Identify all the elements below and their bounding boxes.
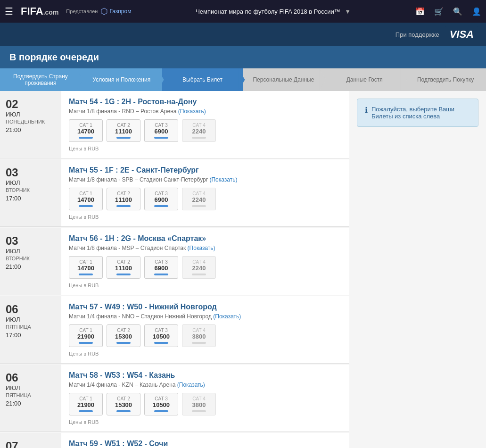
- right-panel: ℹ Пожалуйста, выберите Ваши Билеты из сп…: [349, 91, 486, 448]
- match-date-0: 02 ИЮЛ ПОНЕДЕЛЬНИК 21:00: [0, 91, 61, 158]
- match-subtitle: Матчи 1/8 финала - RND – Ростов Арена (П…: [69, 108, 342, 115]
- match-date-5: 07 ИЮЛ СУББОТА 21:00: [0, 433, 61, 448]
- match-content-0: Матч 54 - 1G : 2H - Ростов-на-ДонуМатчи …: [61, 91, 349, 158]
- match-content-2: Матч 56 - 1H : 2G - Москва «Спартак»Матч…: [61, 228, 349, 295]
- step-2[interactable]: Условия и Положения: [81, 68, 162, 91]
- match-title: Матч 54 - 1G : 2H - Ростов-на-Дону: [69, 98, 342, 106]
- page-title-bar: В порядке очереди: [0, 46, 486, 68]
- match-content-3: Матч 57 - W49 : W50 - Нижний НовгородМат…: [61, 296, 349, 363]
- show-link[interactable]: (Показать): [178, 108, 206, 115]
- match-date-1: 03 ИЮЛ ВТОРНИК 17:00: [0, 159, 61, 226]
- steps-bar: Подтвердить Страну проживанияУсловия и П…: [0, 68, 486, 91]
- prices-label: Цены в RUB: [69, 282, 342, 288]
- tickets-row: CAT 1 14700 CAT 2 11100 CAT 3 6900 CAT 4…: [69, 119, 342, 142]
- ticket-btn-1[interactable]: CAT 2 15300: [107, 393, 140, 415]
- tickets-row: CAT 1 14700 CAT 2 11100 CAT 3 6900 CAT 4…: [69, 188, 342, 210]
- ticket-btn-0[interactable]: CAT 1 21900: [69, 324, 103, 347]
- info-box: ℹ Пожалуйста, выберите Ваши Билеты из сп…: [357, 99, 478, 127]
- match-row: 07 ИЮЛ СУББОТА 21:00 Матч 59 - W51 : W52…: [0, 433, 349, 448]
- ticket-btn-0[interactable]: CAT 1 14700: [69, 188, 103, 210]
- ticket-btn-3: CAT 4 3800: [182, 393, 216, 415]
- left-panel: 02 ИЮЛ ПОНЕДЕЛЬНИК 21:00 Матч 54 - 1G : …: [0, 91, 349, 448]
- step-4: Персональные Данные: [243, 68, 324, 91]
- sponsor-block: Представлен ⬡ Газпром: [66, 6, 131, 17]
- match-subtitle: Матчи 1/4 финала - NNO – Стадион Нижний …: [69, 313, 342, 320]
- tickets-row: CAT 1 21900 CAT 2 15300 CAT 3 10500 CAT …: [69, 393, 342, 415]
- match-row: 06 ИЮЛ ПЯТНИЦА 17:00 Матч 57 - W49 : W50…: [0, 296, 349, 364]
- fifa-logo: FIFA.com: [21, 5, 58, 17]
- tickets-row: CAT 1 14700 CAT 2 11100 CAT 3 6900 CAT 4…: [69, 256, 342, 279]
- match-content-5: Матч 59 - W51 : W52 - СочиМатчи 1/4 фина…: [61, 433, 349, 448]
- prices-label: Цены в RUB: [69, 351, 342, 357]
- event-dropdown[interactable]: ▼: [345, 8, 351, 15]
- search-icon[interactable]: 🔍: [453, 7, 462, 16]
- ticket-btn-0[interactable]: CAT 1 21900: [69, 393, 103, 415]
- sponsor-text: Представлен: [66, 8, 98, 14]
- ticket-btn-2[interactable]: CAT 3 10500: [144, 324, 178, 347]
- match-title: Матч 58 - W53 : W54 - Казань: [69, 371, 342, 380]
- ticket-btn-1[interactable]: CAT 2 11100: [107, 188, 140, 210]
- ticket-btn-1[interactable]: CAT 2 11100: [107, 119, 140, 142]
- ticket-btn-1[interactable]: CAT 2 15300: [107, 324, 140, 347]
- ticket-btn-1[interactable]: CAT 2 11100: [107, 256, 140, 279]
- match-subtitle: Матчи 1/8 финала - SPB – Стадион Санкт-П…: [69, 176, 342, 183]
- match-row: 02 ИЮЛ ПОНЕДЕЛЬНИК 21:00 Матч 54 - 1G : …: [0, 91, 349, 158]
- ticket-btn-2[interactable]: CAT 3 6900: [144, 256, 178, 279]
- match-subtitle: Матчи 1/4 финала - KZN – Казань Арена (П…: [69, 382, 342, 388]
- match-date-2: 03 ИЮЛ ВТОРНИК 21:00: [0, 228, 61, 295]
- match-content-4: Матч 58 - W53 : W54 - КазаньМатчи 1/4 фи…: [61, 365, 349, 431]
- show-link[interactable]: (Показать): [209, 176, 237, 183]
- tickets-row: CAT 1 21900 CAT 2 15300 CAT 3 10500 CAT …: [69, 324, 342, 347]
- info-icon: ℹ: [365, 106, 368, 115]
- match-title: Матч 59 - W51 : W52 - Сочи: [69, 440, 342, 448]
- cart-icon[interactable]: 🛒: [434, 7, 444, 16]
- user-icon[interactable]: 👤: [472, 7, 481, 16]
- match-title: Матч 57 - W49 : W50 - Нижний Новгород: [69, 303, 342, 311]
- ticket-btn-2[interactable]: CAT 3 10500: [144, 393, 178, 415]
- page-title: В порядке очереди: [9, 52, 99, 62]
- header: ☰ FIFA.com Представлен ⬡ Газпром Чемпион…: [0, 0, 486, 23]
- match-subtitle: Матчи 1/8 финала - MSP – Стадион Спартак…: [69, 245, 342, 251]
- match-content-1: Матч 55 - 1F : 2E - Санкт-ПетербургМатчи…: [61, 159, 349, 226]
- match-title: Матч 55 - 1F : 2E - Санкт-Петербург: [69, 166, 342, 174]
- show-link[interactable]: (Показать): [177, 382, 205, 388]
- match-row: 06 ИЮЛ ПЯТНИЦА 21:00 Матч 58 - W53 : W54…: [0, 365, 349, 432]
- ticket-btn-3: CAT 4 2240: [182, 256, 216, 279]
- match-date-4: 06 ИЮЛ ПЯТНИЦА 21:00: [0, 365, 61, 431]
- visa-logo: VISA: [450, 28, 474, 40]
- match-row: 03 ИЮЛ ВТОРНИК 17:00 Матч 55 - 1F : 2E -…: [0, 159, 349, 227]
- ticket-btn-3: CAT 4 2240: [182, 188, 216, 210]
- menu-icon[interactable]: ☰: [5, 6, 13, 17]
- step-3[interactable]: Выбрать Билет: [162, 68, 243, 91]
- info-box-text: Пожалуйста, выберите Ваши Билеты из спис…: [371, 106, 470, 120]
- prices-label: Цены в RUB: [69, 214, 342, 220]
- prices-label: Цены в RUB: [69, 146, 342, 151]
- sponsor-name: Газпром: [109, 8, 131, 15]
- step-5: Данные Гостя: [324, 68, 405, 91]
- match-row: 03 ИЮЛ ВТОРНИК 21:00 Матч 56 - 1H : 2G -…: [0, 228, 349, 295]
- step-6: Подтвердить Покупку: [405, 68, 486, 91]
- calendar-icon[interactable]: 📅: [415, 7, 425, 16]
- ticket-btn-2[interactable]: CAT 3 6900: [144, 188, 178, 210]
- main-container: 02 ИЮЛ ПОНЕДЕЛЬНИК 21:00 Матч 54 - 1G : …: [0, 91, 486, 448]
- visa-support-text: При поддержке: [395, 31, 439, 38]
- show-link[interactable]: (Показать): [188, 245, 215, 251]
- logo-com: .com: [43, 8, 59, 16]
- match-title: Матч 56 - 1H : 2G - Москва «Спартак»: [69, 234, 342, 243]
- ticket-btn-0[interactable]: CAT 1 14700: [69, 256, 103, 279]
- step-1[interactable]: Подтвердить Страну проживания: [0, 68, 81, 91]
- ticket-btn-2[interactable]: CAT 3 6900: [144, 119, 178, 142]
- ticket-btn-0[interactable]: CAT 1 14700: [69, 119, 103, 142]
- header-icons: 📅 🛒 🔍 👤: [415, 7, 481, 16]
- ticket-btn-3: CAT 4 3800: [182, 324, 216, 347]
- visa-banner: При поддержке VISA: [0, 23, 486, 46]
- prices-label: Цены в RUB: [69, 419, 342, 425]
- show-link[interactable]: (Показать): [213, 313, 241, 320]
- match-date-3: 06 ИЮЛ ПЯТНИЦА 17:00: [0, 296, 61, 363]
- ticket-btn-3: CAT 4 2240: [182, 119, 216, 142]
- event-title: Чемпионат мира по футболу FIFA 2018 в Ро…: [139, 8, 408, 15]
